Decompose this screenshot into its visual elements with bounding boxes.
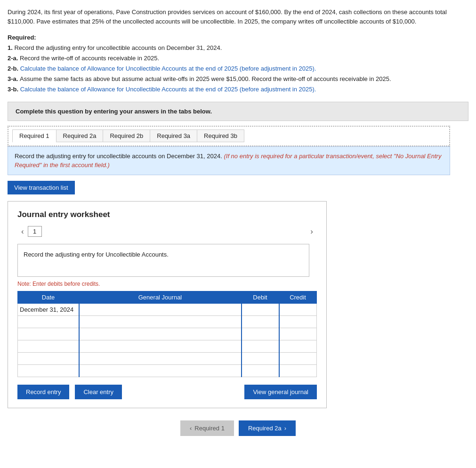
debit-cell-3[interactable]: [242, 328, 279, 340]
tab-required2b[interactable]: Required 2b: [103, 129, 150, 142]
debit-cell-1[interactable]: [242, 303, 279, 315]
journal-cell-3[interactable]: [79, 328, 242, 340]
date-cell-4: [18, 340, 79, 352]
table-row: [18, 364, 317, 377]
prev-tab-label: Required 1: [194, 425, 225, 432]
req-2b-label: 2-b.: [8, 65, 20, 72]
tab-required2a[interactable]: Required 2a: [56, 129, 104, 142]
nav-row: ‹ 1 ›: [17, 226, 317, 237]
debit-cell-5[interactable]: [242, 352, 279, 364]
tab-required3a[interactable]: Required 3a: [150, 129, 197, 142]
debit-cell-2[interactable]: [242, 315, 279, 328]
prev-arrow-icon: ‹: [190, 425, 192, 432]
req-3a-label: 3-a.: [8, 75, 20, 82]
req-2b-text: Calculate the balance of Allowance for U…: [20, 65, 316, 72]
journal-input-4[interactable]: [81, 342, 241, 351]
credit-input-4[interactable]: [280, 342, 317, 351]
journal-input-5[interactable]: [81, 354, 241, 363]
table-row: [18, 328, 317, 340]
credit-cell-4[interactable]: [279, 340, 317, 352]
prev-tab-button[interactable]: ‹ Required 1: [180, 420, 234, 436]
debit-input-5[interactable]: [242, 354, 279, 363]
bottom-nav: ‹ Required 1 Required 2a ›: [8, 420, 468, 436]
req-2a-label: 2-a.: [8, 55, 20, 62]
question-main-text: Record the adjusting entry for uncollect…: [15, 153, 222, 160]
req-1-text: Record the adjusting entry for uncollect…: [14, 44, 222, 51]
date-cell-1: December 31, 2024: [18, 303, 79, 315]
table-row: December 31, 2024: [18, 303, 317, 315]
worksheet-container: Journal entry worksheet ‹ 1 › Record the…: [8, 201, 327, 408]
record-entry-button[interactable]: Record entry: [17, 385, 69, 399]
req-3b-text: Calculate the balance of Allowance for U…: [20, 86, 316, 93]
journal-input-3[interactable]: [81, 330, 241, 339]
required-label: Required:: [8, 34, 36, 41]
required-section: Required: 1. Record the adjusting entry …: [8, 32, 468, 95]
table-row: [18, 352, 317, 364]
instruction-box: Complete this question by entering your …: [8, 102, 468, 121]
intro-paragraph: During 2024, its first year of operation…: [8, 8, 468, 26]
journal-table: Date General Journal Debit Credit Decemb…: [17, 291, 317, 377]
debit-input-6[interactable]: [242, 366, 279, 375]
journal-cell-4[interactable]: [79, 340, 242, 352]
date-cell-3: [18, 328, 79, 340]
next-tab-label: Required 2a: [248, 425, 282, 432]
clear-entry-button[interactable]: Clear entry: [75, 385, 122, 399]
journal-cell-5[interactable]: [79, 352, 242, 364]
col-debit: Debit: [242, 291, 279, 303]
journal-cell-1[interactable]: [79, 303, 242, 315]
next-page-arrow[interactable]: ›: [307, 226, 317, 237]
debit-input-4[interactable]: [242, 342, 279, 351]
credit-cell-1[interactable]: [279, 303, 317, 315]
journal-input-6[interactable]: [81, 366, 241, 375]
prev-page-arrow[interactable]: ‹: [17, 226, 28, 237]
credit-cell-3[interactable]: [279, 328, 317, 340]
journal-input-2[interactable]: [81, 317, 241, 326]
credit-input-1[interactable]: [280, 305, 317, 314]
credit-cell-6[interactable]: [279, 364, 317, 377]
col-date: Date: [18, 291, 79, 303]
question-description: Record the adjusting entry for uncollect…: [8, 146, 450, 175]
date-cell-5: [18, 352, 79, 364]
date-cell-2: [18, 315, 79, 328]
debit-input-2[interactable]: [242, 317, 279, 326]
credit-cell-5[interactable]: [279, 352, 317, 364]
page-number: 1: [28, 226, 42, 237]
col-journal: General Journal: [79, 291, 242, 303]
table-row: [18, 315, 317, 328]
credit-input-2[interactable]: [280, 317, 317, 326]
col-credit: Credit: [279, 291, 317, 303]
table-row: [18, 340, 317, 352]
tab-required1[interactable]: Required 1: [12, 129, 56, 143]
credit-input-6[interactable]: [280, 366, 317, 375]
debit-cell-4[interactable]: [242, 340, 279, 352]
credit-cell-2[interactable]: [279, 315, 317, 328]
view-transaction-button[interactable]: View transaction list: [8, 181, 75, 194]
worksheet-title: Journal entry worksheet: [17, 210, 317, 219]
req-3a-text: Assume the same facts as above but assum…: [20, 75, 391, 82]
debit-input-1[interactable]: [242, 305, 279, 314]
credit-input-3[interactable]: [280, 330, 317, 339]
journal-input-1[interactable]: [81, 305, 241, 314]
date-cell-6: [18, 364, 79, 377]
next-tab-button[interactable]: Required 2a ›: [239, 420, 296, 436]
tab-required3b[interactable]: Required 3b: [197, 129, 244, 142]
btn-row: Record entry Clear entry View general jo…: [17, 385, 317, 399]
debit-cell-6[interactable]: [242, 364, 279, 377]
credit-input-5[interactable]: [280, 354, 317, 363]
req-2a-text: Record the write-off of accounts receiva…: [20, 55, 159, 62]
req-1-label: 1.: [8, 44, 14, 51]
view-general-journal-button[interactable]: View general journal: [244, 385, 317, 399]
debit-input-3[interactable]: [242, 330, 279, 339]
tabs-container: Required 1 Required 2a Required 2b Requi…: [8, 126, 450, 146]
journal-cell-6[interactable]: [79, 364, 242, 377]
journal-cell-2[interactable]: [79, 315, 242, 328]
next-arrow-icon: ›: [284, 425, 286, 432]
note-text: Note: Enter debits before credits.: [17, 281, 317, 287]
req-3b-label: 3-b.: [8, 86, 20, 93]
entry-description-box: Record the adjusting entry for Uncollect…: [17, 244, 309, 277]
